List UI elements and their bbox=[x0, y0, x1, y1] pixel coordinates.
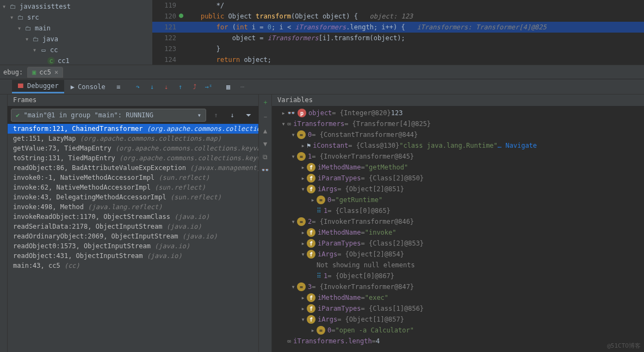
expand-icon[interactable]: ▸ bbox=[299, 229, 307, 236]
expand-icon[interactable]: ▾ bbox=[280, 120, 287, 128]
variable-row[interactable]: ▾fiArgs = {Object[1]@857} bbox=[272, 314, 644, 325]
variable-row[interactable]: ▸👓pobject = {Integer@820} 123 bbox=[272, 108, 644, 118]
run-to-cursor-icon[interactable]: →ᶦ bbox=[202, 81, 215, 93]
down-icon[interactable]: ▼ bbox=[263, 140, 267, 148]
flag-icon: ⚑ bbox=[307, 142, 311, 149]
tree-node[interactable]: ▾▭cc bbox=[0, 45, 152, 55]
expand-icon[interactable]: ▾ bbox=[289, 218, 297, 225]
variable-row[interactable]: ⠿1 = {Object[0]@867} bbox=[272, 271, 644, 281]
expand-icon[interactable]: ▸ bbox=[309, 196, 317, 204]
tree-node[interactable]: ▾🗀javassisttest bbox=[0, 1, 152, 12]
variable-row[interactable]: ▸fiMethodName = "getMethod" bbox=[272, 162, 644, 173]
expand-icon[interactable]: ▸ bbox=[280, 109, 287, 117]
stack-frame[interactable]: get:151, LazyMap (org.apache.commons.col… bbox=[8, 134, 258, 143]
code-line[interactable]: 124 return object; bbox=[152, 54, 644, 65]
stack-frame[interactable]: invoke:62, NativeMethodAccessorImpl (sun… bbox=[8, 183, 258, 192]
code-line[interactable]: 120 public Object transform(Object objec… bbox=[152, 11, 644, 22]
variable-row[interactable]: Not showing null elements bbox=[272, 260, 644, 271]
stack-frame[interactable]: invoke:43, DelegatingMethodAccessorImpl … bbox=[8, 192, 258, 202]
variable-row[interactable]: ▸=0 = "open -a Calculator" bbox=[272, 325, 644, 336]
threads-icon[interactable]: ≡ bbox=[112, 81, 125, 93]
project-tree[interactable]: ▾🗀javassisttest▾🗀src▾🗀main▾🗀java▾▭ccccc1 bbox=[0, 0, 152, 65]
variable-row[interactable]: ▾fiArgs = {Object[2]@854} bbox=[272, 249, 644, 260]
force-step-into-icon[interactable]: ⇣ bbox=[160, 81, 173, 93]
expand-icon[interactable]: ▾ bbox=[299, 250, 307, 258]
add-watch-icon[interactable]: ＋ bbox=[262, 98, 269, 107]
stack-frame[interactable]: getValue:73, TiedMapEntry (org.apache.co… bbox=[8, 143, 258, 153]
trace-icon[interactable]: ⋯ bbox=[236, 81, 249, 93]
next-frame-icon[interactable]: ↓ bbox=[226, 109, 239, 121]
code-line[interactable]: 119 */ bbox=[152, 0, 644, 11]
variable-row[interactable]: ⠿1 = {Class[0]@865} bbox=[272, 205, 644, 216]
code-line[interactable]: 121 for (int i = 0; i < iTransformers.le… bbox=[152, 22, 644, 33]
var-kind-icon: f bbox=[307, 293, 315, 302]
variable-row[interactable]: ▾=0 = {ConstantTransformer@844} bbox=[272, 129, 644, 140]
code-line[interactable]: 122 object = iTransformers[i].transform(… bbox=[152, 33, 644, 43]
stack-frame[interactable]: invoke:498, Method (java.lang.reflect) bbox=[8, 202, 258, 212]
variable-row[interactable]: ▸fiParamTypes = {Class[2]@850} bbox=[272, 173, 644, 184]
expand-icon[interactable]: ▸ bbox=[309, 326, 317, 334]
close-icon[interactable]: × bbox=[54, 68, 58, 76]
expand-icon[interactable]: ▾ bbox=[289, 153, 297, 160]
tab-debugger[interactable]: ⯀Debugger bbox=[12, 80, 64, 93]
stack-frame[interactable]: transform:121, ChainedTransformer (org.a… bbox=[8, 124, 258, 134]
step-into-icon[interactable]: ↓ bbox=[146, 81, 159, 93]
watch-icon: ∞ bbox=[287, 120, 291, 128]
expand-icon[interactable]: ▸ bbox=[299, 294, 307, 301]
tree-node[interactable]: ▾🗀java bbox=[0, 34, 152, 45]
step-out-icon[interactable]: ↑ bbox=[174, 81, 187, 93]
expand-icon[interactable]: ▸ bbox=[299, 305, 307, 312]
stack-frame[interactable]: invoke0:-1, NativeMethodAccessorImpl (su… bbox=[8, 173, 258, 183]
expand-icon[interactable]: ▾ bbox=[299, 185, 307, 193]
expand-icon[interactable]: ▾ bbox=[299, 316, 307, 323]
frame-list[interactable]: transform:121, ChainedTransformer (org.a… bbox=[8, 124, 258, 352]
drop-frame-icon[interactable]: ⤴ bbox=[188, 81, 201, 93]
stack-frame[interactable]: readObject:431, ObjectInputStream (java.… bbox=[8, 251, 258, 261]
code-line[interactable]: 123 } bbox=[152, 43, 644, 54]
stack-frame[interactable]: toString:131, TiedMapEntry (org.apache.c… bbox=[8, 153, 258, 163]
remove-watch-icon[interactable]: － bbox=[262, 112, 269, 122]
stack-frame[interactable]: readObject0:1573, ObjectInputStream (jav… bbox=[8, 241, 258, 251]
var-kind-icon: f bbox=[307, 185, 315, 193]
tree-node[interactable]: ccc1 bbox=[0, 55, 152, 65]
stack-frame[interactable]: invokeReadObject:1170, ObjectStreamClass… bbox=[8, 212, 258, 222]
prev-frame-icon[interactable]: ↑ bbox=[209, 109, 222, 121]
stack-frame[interactable]: readSerialData:2178, ObjectInputStream (… bbox=[8, 222, 258, 231]
variable-row[interactable]: ▸fiMethodName = "exec" bbox=[272, 292, 644, 303]
expand-icon[interactable]: ▸ bbox=[299, 164, 307, 171]
expand-icon[interactable]: ▸ bbox=[299, 174, 307, 182]
variable-row[interactable]: ▾=2 = {InvokerTransformer@846} bbox=[272, 216, 644, 227]
variable-row[interactable]: ∞iTransformers.length = 4 bbox=[272, 336, 644, 347]
stack-frame[interactable]: readObject:86, BadAttributeValueExpExcep… bbox=[8, 163, 258, 173]
expand-icon[interactable]: ▾ bbox=[289, 283, 297, 291]
variable-row[interactable]: ▸fiParamTypes = {Class[1]@856} bbox=[272, 303, 644, 314]
tree-node[interactable]: ▾🗀src bbox=[0, 12, 152, 23]
stack-frame[interactable]: main:43, cc5 (cc) bbox=[8, 261, 258, 271]
stack-frame[interactable]: readOrdinaryObject:2069, ObjectInputStre… bbox=[8, 231, 258, 241]
filter-icon[interactable]: ⏷ bbox=[242, 109, 255, 121]
thread-selector[interactable]: ✔ "main"@1 in group "main": RUNNING ▾ bbox=[11, 109, 206, 122]
variable-row[interactable]: ▾fiArgs = {Object[2]@851} bbox=[272, 184, 644, 194]
expand-icon[interactable]: ▸ bbox=[299, 240, 307, 247]
debug-run-tab[interactable]: ▣ cc5 × bbox=[27, 67, 63, 78]
variable-row[interactable]: ▾=3 = {InvokerTransformer@847} bbox=[272, 281, 644, 292]
expand-icon[interactable]: ▾ bbox=[289, 131, 297, 139]
up-icon[interactable]: ▲ bbox=[263, 127, 267, 135]
variable-row[interactable]: ▸⚑iConstant = {Class@130} "class java.la… bbox=[272, 140, 644, 151]
copy-icon[interactable]: ⧉ bbox=[263, 153, 268, 161]
expand-icon[interactable]: ▸ bbox=[299, 142, 307, 149]
variable-row[interactable]: ▸=0 = "getRuntime" bbox=[272, 194, 644, 205]
variable-row[interactable]: ▸fiMethodName = "invoke" bbox=[272, 227, 644, 238]
var-kind-icon: f bbox=[307, 239, 315, 248]
tab-console[interactable]: ▶Console bbox=[65, 81, 111, 93]
evaluate-icon[interactable]: ▦ bbox=[222, 81, 235, 93]
tree-node[interactable]: ▾🗀main bbox=[0, 23, 152, 34]
variable-row[interactable]: ▸fiParamTypes = {Class[2]@853} bbox=[272, 238, 644, 249]
step-over-icon[interactable]: ↷ bbox=[132, 81, 145, 93]
variable-row[interactable]: ▾∞iTransformers = {Transformer[4]@825} bbox=[272, 118, 644, 129]
navigate-link[interactable]: … Navigate bbox=[498, 142, 537, 149]
glasses-icon[interactable]: 👓 bbox=[261, 166, 269, 174]
variables-tree[interactable]: ▸👓pobject = {Integer@820} 123▾∞iTransfor… bbox=[272, 106, 644, 352]
code-editor[interactable]: 119 */120 public Object transform(Object… bbox=[152, 0, 644, 65]
variable-row[interactable]: ▾=1 = {InvokerTransformer@845} bbox=[272, 151, 644, 162]
